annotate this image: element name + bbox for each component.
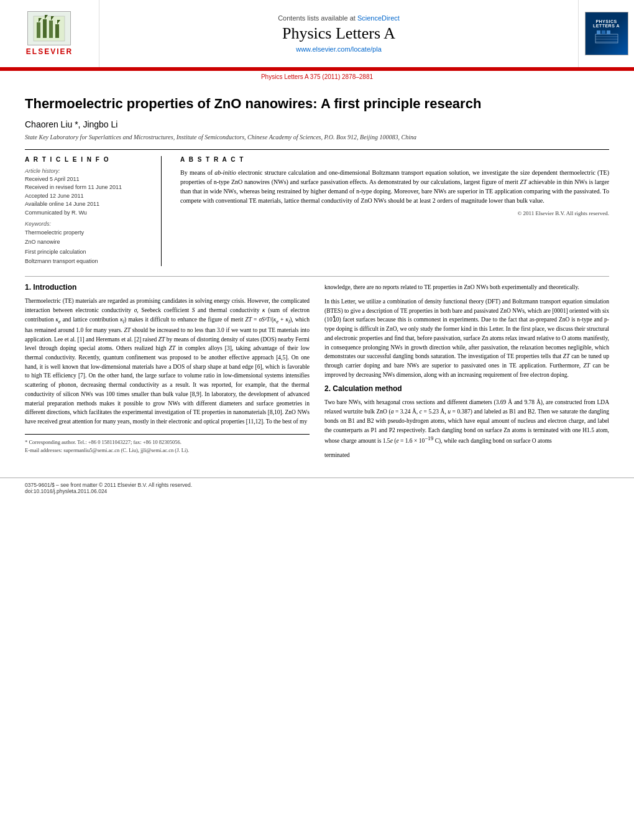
keyword-1: Thermoelectric property — [25, 228, 149, 238]
calc-title: 2. Calculation method — [324, 384, 609, 393]
elsevier-text: ELSEVIER — [26, 47, 73, 56]
footer-doi: doi:10.1016/j.physleta.2011.06.024 — [25, 488, 609, 494]
article-dates: Received 5 April 2011 Received in revise… — [25, 175, 149, 218]
intro-title: 1. Introduction — [25, 283, 310, 292]
affiliation: State Key Laboratory for Superlattices a… — [25, 133, 609, 142]
terminated-word: terminated — [324, 452, 350, 458]
svg-rect-16 — [607, 30, 610, 34]
authors: Chaoren Liu *, Jingbo Li — [25, 119, 609, 129]
communicated-by: Communicated by R. Wu — [25, 209, 149, 218]
body-columns: 1. Introduction Thermoelectric (TE) mate… — [25, 283, 609, 465]
footnote-email: E-mail addresses: supermanliu5@semi.ac.c… — [25, 446, 310, 455]
abstract-column: A B S T R A C T By means of ab-initio el… — [180, 156, 609, 267]
journal-logo-section: PHYSICS LETTERS A — [578, 0, 634, 67]
right-column: knowledge, there are no reports related … — [324, 283, 609, 465]
svg-rect-2 — [43, 19, 47, 38]
sciencedirect-link[interactable]: ScienceDirect — [357, 14, 400, 22]
article-info-abstract: A R T I C L E I N F O Article history: R… — [25, 149, 609, 267]
accepted-date: Accepted 12 June 2011 — [25, 192, 149, 201]
svg-rect-15 — [602, 30, 605, 34]
journal-title: Physics Letters A — [282, 24, 395, 43]
journal-logo-line2: LETTERS A — [593, 24, 620, 28]
elsevier-logo: ELSEVIER — [26, 11, 73, 56]
footnotes: * Corresponding author. Tel.: +86 0 1581… — [25, 434, 310, 455]
keywords-list: Thermoelectric property ZnO nanowire Fir… — [25, 228, 149, 266]
available-online-date: Available online 14 June 2011 — [25, 200, 149, 209]
right-para-1: knowledge, there are no reports related … — [324, 283, 609, 292]
author-names: Chaoren Liu *, Jingbo Li — [25, 119, 117, 129]
keyword-2: ZnO nanowire — [25, 238, 149, 247]
right-para-2: In this Letter, we utilize a combination… — [324, 297, 609, 379]
footnote-star: * Corresponding author. Tel.: +86 0 1581… — [25, 438, 310, 446]
keyword-3: First principle calculation — [25, 247, 149, 257]
article-info-header: A R T I C L E I N F O — [25, 156, 149, 163]
article-title: Thermoelectric properties of ZnO nanowir… — [25, 95, 609, 113]
svg-rect-1 — [37, 22, 40, 38]
keywords-label: Keywords: — [25, 221, 149, 227]
elsevier-logo-section: ELSEVIER — [0, 0, 99, 67]
svg-rect-14 — [597, 30, 600, 34]
article-history-label: Article history: — [25, 168, 149, 174]
page-header: ELSEVIER Contents lists available at Sci… — [0, 0, 634, 68]
abstract-header: A B S T R A C T — [180, 156, 609, 163]
footer-issn: 0375-9601/$ – see front matter © 2011 El… — [25, 482, 609, 488]
abstract-copyright: © 2011 Elsevier B.V. All rights reserved… — [180, 210, 609, 216]
received-date: Received 5 April 2011 — [25, 175, 149, 184]
svg-rect-4 — [55, 24, 59, 38]
section-divider — [25, 276, 609, 277]
abstract-text: By means of ab-initio electronic structu… — [180, 168, 609, 205]
main-content: Thermoelectric properties of ZnO nanowir… — [0, 83, 634, 478]
page-footer: 0375-9601/$ – see front matter © 2011 El… — [0, 478, 634, 498]
journal-url[interactable]: www.elsevier.com/locate/pla — [296, 45, 382, 53]
calc-paragraph-1: Two bare NWs, with hexagonal cross secti… — [324, 398, 609, 446]
journal-logo-box: PHYSICS LETTERS A — [585, 12, 628, 55]
left-column: 1. Introduction Thermoelectric (TE) mate… — [25, 283, 310, 465]
journal-header-center: Contents lists available at ScienceDirec… — [99, 0, 578, 67]
keyword-4: Boltzmann transport equation — [25, 257, 149, 266]
contents-available: Contents lists available at ScienceDirec… — [278, 14, 400, 22]
volume-info: Physics Letters A 375 (2011) 2878–2881 — [0, 71, 634, 83]
journal-logo-line1: PHYSICS — [595, 19, 617, 24]
received-revised-date: Received in revised form 11 June 2011 — [25, 183, 149, 192]
svg-rect-3 — [49, 21, 53, 38]
intro-paragraph-1: Thermoelectric (TE) materials are regard… — [25, 297, 310, 427]
article-info-column: A R T I C L E I N F O Article history: R… — [25, 156, 162, 267]
calc-terminated: terminated — [324, 451, 609, 460]
elsevier-tree-image — [27, 11, 71, 45]
